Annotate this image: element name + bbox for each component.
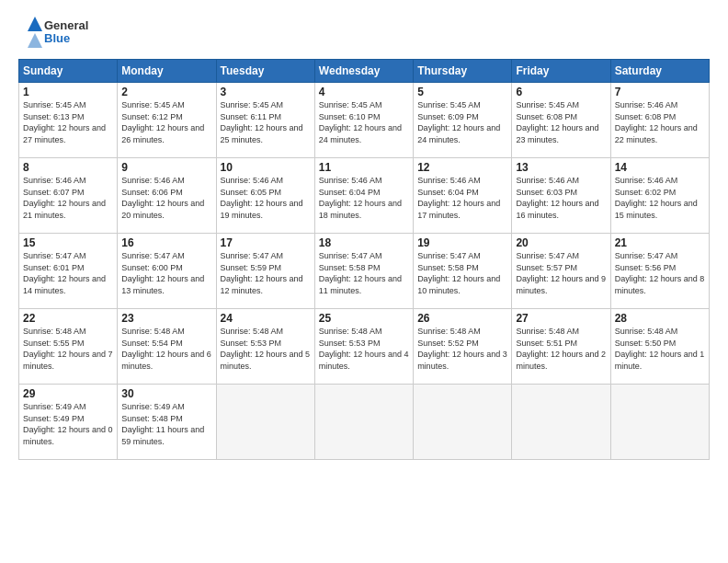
day-number: 17	[221, 236, 311, 249]
calendar-cell: 1 Sunrise: 5:45 AM Sunset: 6:13 PM Dayli…	[19, 83, 118, 158]
day-info: Sunrise: 5:45 AM Sunset: 6:10 PM Dayligh…	[319, 99, 409, 145]
day-number: 4	[319, 86, 409, 98]
calendar-week-2: 8 Sunrise: 5:46 AM Sunset: 6:07 PM Dayli…	[19, 158, 710, 234]
calendar-cell: 2 Sunrise: 5:45 AM Sunset: 6:12 PM Dayli…	[118, 83, 216, 158]
day-info: Sunrise: 5:47 AM Sunset: 5:57 PM Dayligh…	[516, 250, 606, 296]
day-number: 20	[516, 236, 606, 249]
day-number: 6	[516, 86, 606, 98]
day-number: 11	[319, 161, 409, 174]
day-number: 24	[221, 312, 311, 325]
calendar-cell: 13 Sunrise: 5:46 AM Sunset: 6:03 PM Dayl…	[512, 158, 610, 234]
day-number: 25	[319, 312, 409, 325]
day-info: Sunrise: 5:47 AM Sunset: 6:00 PM Dayligh…	[121, 250, 211, 296]
day-info: Sunrise: 5:46 AM Sunset: 6:04 PM Dayligh…	[319, 175, 409, 221]
day-number: 16	[121, 236, 211, 249]
header: General Blue	[18, 15, 710, 50]
calendar-cell: 10 Sunrise: 5:46 AM Sunset: 6:05 PM Dayl…	[216, 158, 314, 234]
calendar-cell: 7 Sunrise: 5:46 AM Sunset: 6:08 PM Dayli…	[610, 83, 709, 158]
day-number: 15	[23, 236, 113, 249]
calendar-cell: 14 Sunrise: 5:46 AM Sunset: 6:02 PM Dayl…	[610, 158, 709, 234]
day-number: 14	[615, 161, 705, 174]
calendar-week-3: 15 Sunrise: 5:47 AM Sunset: 6:01 PM Dayl…	[19, 234, 710, 309]
logo: General Blue	[18, 15, 110, 50]
day-info: Sunrise: 5:48 AM Sunset: 5:54 PM Dayligh…	[121, 326, 211, 372]
day-number: 30	[121, 387, 211, 400]
calendar-cell: 3 Sunrise: 5:45 AM Sunset: 6:11 PM Dayli…	[216, 83, 314, 158]
day-number: 19	[417, 236, 507, 249]
day-number: 8	[23, 161, 113, 174]
day-number: 26	[417, 312, 507, 325]
day-info: Sunrise: 5:49 AM Sunset: 5:49 PM Dayligh…	[23, 401, 113, 447]
calendar-cell	[314, 385, 413, 460]
day-info: Sunrise: 5:45 AM Sunset: 6:12 PM Dayligh…	[121, 99, 211, 145]
calendar-cell	[216, 385, 314, 460]
day-info: Sunrise: 5:46 AM Sunset: 6:04 PM Dayligh…	[417, 175, 507, 221]
calendar-cell: 20 Sunrise: 5:47 AM Sunset: 5:57 PM Dayl…	[512, 234, 610, 309]
day-info: Sunrise: 5:46 AM Sunset: 6:08 PM Dayligh…	[615, 99, 705, 145]
calendar-cell	[512, 385, 610, 460]
day-info: Sunrise: 5:45 AM Sunset: 6:13 PM Dayligh…	[23, 99, 113, 145]
day-info: Sunrise: 5:47 AM Sunset: 5:59 PM Dayligh…	[221, 250, 311, 296]
calendar-cell: 23 Sunrise: 5:48 AM Sunset: 5:54 PM Dayl…	[118, 309, 216, 385]
svg-marker-2	[28, 17, 42, 31]
weekday-header-row: SundayMondayTuesdayWednesdayThursdayFrid…	[19, 60, 710, 83]
weekday-header-sunday: Sunday	[19, 60, 118, 83]
day-info: Sunrise: 5:47 AM Sunset: 5:58 PM Dayligh…	[417, 250, 507, 296]
day-info: Sunrise: 5:49 AM Sunset: 5:48 PM Dayligh…	[121, 401, 211, 447]
page: General Blue SundayMondayTuesdayWednesda…	[0, 0, 728, 563]
day-info: Sunrise: 5:48 AM Sunset: 5:53 PM Dayligh…	[221, 326, 311, 372]
day-info: Sunrise: 5:47 AM Sunset: 5:56 PM Dayligh…	[615, 250, 705, 296]
weekday-header-monday: Monday	[118, 60, 216, 83]
calendar-cell: 6 Sunrise: 5:45 AM Sunset: 6:08 PM Dayli…	[512, 83, 610, 158]
calendar-cell: 24 Sunrise: 5:48 AM Sunset: 5:53 PM Dayl…	[216, 309, 314, 385]
day-info: Sunrise: 5:45 AM Sunset: 6:08 PM Dayligh…	[516, 99, 606, 145]
day-number: 10	[221, 161, 311, 174]
svg-marker-3	[28, 33, 42, 48]
calendar-cell: 29 Sunrise: 5:49 AM Sunset: 5:49 PM Dayl…	[19, 385, 118, 460]
day-info: Sunrise: 5:48 AM Sunset: 5:52 PM Dayligh…	[417, 326, 507, 372]
calendar-cell: 21 Sunrise: 5:47 AM Sunset: 5:56 PM Dayl…	[610, 234, 709, 309]
calendar-cell: 27 Sunrise: 5:48 AM Sunset: 5:51 PM Dayl…	[512, 309, 610, 385]
day-number: 21	[615, 236, 705, 249]
weekday-header-friday: Friday	[512, 60, 610, 83]
calendar-cell: 4 Sunrise: 5:45 AM Sunset: 6:10 PM Dayli…	[314, 83, 413, 158]
calendar-cell: 25 Sunrise: 5:48 AM Sunset: 5:53 PM Dayl…	[314, 309, 413, 385]
day-number: 3	[221, 86, 311, 98]
calendar-cell: 12 Sunrise: 5:46 AM Sunset: 6:04 PM Dayl…	[414, 158, 512, 234]
weekday-header-saturday: Saturday	[610, 60, 709, 83]
day-info: Sunrise: 5:46 AM Sunset: 6:07 PM Dayligh…	[23, 175, 113, 221]
day-number: 18	[319, 236, 409, 249]
weekday-header-tuesday: Tuesday	[216, 60, 314, 83]
day-info: Sunrise: 5:48 AM Sunset: 5:50 PM Dayligh…	[615, 326, 705, 372]
calendar-cell: 19 Sunrise: 5:47 AM Sunset: 5:58 PM Dayl…	[414, 234, 512, 309]
day-info: Sunrise: 5:45 AM Sunset: 6:11 PM Dayligh…	[221, 99, 311, 145]
day-info: Sunrise: 5:46 AM Sunset: 6:02 PM Dayligh…	[615, 175, 705, 221]
calendar-cell: 9 Sunrise: 5:46 AM Sunset: 6:06 PM Dayli…	[118, 158, 216, 234]
day-number: 13	[516, 161, 606, 174]
calendar-cell: 28 Sunrise: 5:48 AM Sunset: 5:50 PM Dayl…	[610, 309, 709, 385]
calendar-week-5: 29 Sunrise: 5:49 AM Sunset: 5:49 PM Dayl…	[19, 385, 710, 460]
calendar-cell: 8 Sunrise: 5:46 AM Sunset: 6:07 PM Dayli…	[19, 158, 118, 234]
calendar-cell: 16 Sunrise: 5:47 AM Sunset: 6:00 PM Dayl…	[118, 234, 216, 309]
day-number: 5	[417, 86, 507, 98]
day-info: Sunrise: 5:46 AM Sunset: 6:03 PM Dayligh…	[516, 175, 606, 221]
day-info: Sunrise: 5:45 AM Sunset: 6:09 PM Dayligh…	[417, 99, 507, 145]
calendar-cell: 15 Sunrise: 5:47 AM Sunset: 6:01 PM Dayl…	[19, 234, 118, 309]
svg-text:Blue: Blue	[44, 31, 70, 45]
day-number: 2	[121, 86, 211, 98]
day-number: 9	[121, 161, 211, 174]
day-info: Sunrise: 5:46 AM Sunset: 6:06 PM Dayligh…	[121, 175, 211, 221]
day-number: 23	[121, 312, 211, 325]
day-number: 7	[615, 86, 705, 98]
day-number: 22	[23, 312, 113, 325]
calendar-cell	[610, 385, 709, 460]
day-number: 29	[23, 387, 113, 400]
calendar-cell	[414, 385, 512, 460]
day-info: Sunrise: 5:48 AM Sunset: 5:51 PM Dayligh…	[516, 326, 606, 372]
calendar-cell: 5 Sunrise: 5:45 AM Sunset: 6:09 PM Dayli…	[414, 83, 512, 158]
svg-text:General: General	[44, 18, 88, 32]
day-info: Sunrise: 5:46 AM Sunset: 6:05 PM Dayligh…	[221, 175, 311, 221]
day-number: 1	[23, 86, 113, 98]
calendar-cell: 11 Sunrise: 5:46 AM Sunset: 6:04 PM Dayl…	[314, 158, 413, 234]
day-info: Sunrise: 5:48 AM Sunset: 5:55 PM Dayligh…	[23, 326, 113, 372]
